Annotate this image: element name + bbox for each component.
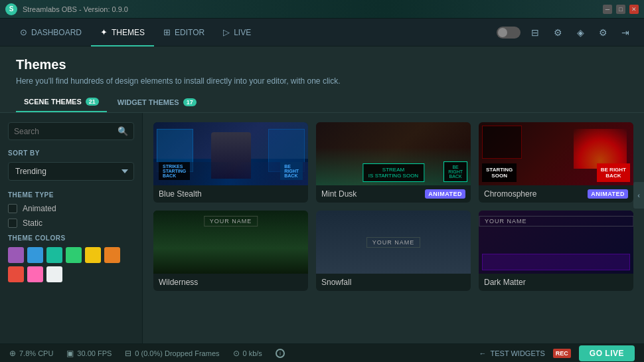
sidebar: 🔍 SORT BY Trending Newest Popular THEME … bbox=[0, 113, 143, 343]
character-panel bbox=[482, 126, 522, 159]
brb-chromosphere: BE RIGHTBACK bbox=[597, 163, 630, 182]
theme-toggle[interactable] bbox=[497, 27, 521, 39]
page-title: Themes bbox=[16, 57, 628, 72]
body-split: 🔍 SORT BY Trending Newest Popular THEME … bbox=[0, 113, 644, 343]
fps-icon: ▣ bbox=[66, 349, 74, 358]
tab-scene-themes-badge: 21 bbox=[86, 98, 99, 106]
editor-icon: ⊞ bbox=[163, 27, 171, 37]
theme-name-blue-stealth: Blue Stealth bbox=[159, 189, 202, 199]
animated-label: Animated bbox=[23, 204, 56, 213]
your-name-dark: YOUR NAME bbox=[479, 216, 633, 226]
dropped-value: 0 (0.0%) Dropped Frames bbox=[135, 349, 219, 357]
color-swatch-teal[interactable] bbox=[46, 247, 62, 263]
starting-soon-label: STRIKESSTARTINGBACK bbox=[159, 162, 190, 180]
theme-name-dark-matter: Dark Matter bbox=[484, 278, 526, 287]
stream-starting-label: STREAMIS STARTING SOON bbox=[362, 163, 424, 182]
main-area: Themes Here you'll find hundreds of desi… bbox=[0, 46, 644, 343]
dark-panel bbox=[482, 254, 630, 270]
color-swatch-green[interactable] bbox=[66, 247, 82, 263]
theme-thumbnail-blue-stealth: STRIKESSTARTINGBACK BERIGHTBACK bbox=[153, 122, 308, 185]
animated-checkbox[interactable] bbox=[8, 204, 17, 213]
theme-card-mint-dusk[interactable]: STREAMIS STARTING SOON BERIGHTBACK Mint … bbox=[316, 122, 471, 203]
discord-icon[interactable]: ◈ bbox=[572, 25, 588, 41]
bandwidth-status: ⊙ 0 kb/s bbox=[233, 349, 262, 358]
maximize-button[interactable]: □ bbox=[616, 5, 625, 14]
minimize-button[interactable]: ─ bbox=[603, 5, 612, 14]
theme-card-blue-stealth[interactable]: STRIKESSTARTINGBACK BERIGHTBACK Blue Ste… bbox=[153, 122, 308, 203]
theme-name-chromosphere: Chromosphere bbox=[484, 189, 536, 199]
bandwidth-value: 0 kb/s bbox=[243, 349, 262, 357]
search-box[interactable]: 🔍 bbox=[8, 122, 134, 140]
nav-themes[interactable]: ✦ THEMES bbox=[91, 19, 154, 46]
cpu-status: ⊕ 7.8% CPU bbox=[9, 349, 53, 358]
tab-widget-themes-badge: 17 bbox=[183, 98, 197, 106]
theme-card-dark-matter[interactable]: YOUR NAME Dark Matter bbox=[479, 211, 633, 291]
tab-widget-themes[interactable]: WIDGET THEMES 17 bbox=[110, 93, 204, 112]
theme-card-footer-chromosphere: Chromosphere ANIMATED bbox=[479, 185, 633, 203]
fire-effect bbox=[574, 129, 627, 169]
sliders-icon[interactable]: ⊟ bbox=[527, 25, 543, 41]
color-swatch-white[interactable] bbox=[46, 266, 62, 282]
color-swatch-yellow[interactable] bbox=[85, 247, 101, 263]
sort-by-label: SORT BY bbox=[8, 149, 134, 157]
your-name-forest: YOUR NAME bbox=[204, 216, 258, 226]
theme-thumbnail-mint-dusk: STREAMIS STARTING SOON BERIGHTBACK bbox=[316, 122, 471, 185]
statusbar: ⊕ 7.8% CPU ▣ 30.00 FPS ⊟ 0 (0.0%) Droppe… bbox=[0, 343, 644, 362]
close-button[interactable]: ✕ bbox=[629, 5, 639, 14]
sort-by-select[interactable]: Trending Newest Popular bbox=[8, 162, 134, 181]
test-widgets-button[interactable]: ← TEST WIDGETS bbox=[479, 349, 544, 357]
static-label: Static bbox=[23, 219, 42, 228]
animated-checkbox-item[interactable]: Animated bbox=[8, 204, 134, 213]
rec-badge: REC bbox=[553, 349, 571, 358]
static-checkbox[interactable] bbox=[8, 219, 17, 228]
nav-editor[interactable]: ⊞ EDITOR bbox=[154, 19, 214, 46]
nav-dashboard[interactable]: ⊙ DASHBOARD bbox=[11, 19, 91, 46]
animated-badge-mint-dusk: ANIMATED bbox=[425, 189, 465, 199]
cpu-icon: ⊕ bbox=[9, 349, 16, 358]
content-area: Themes Here you'll find hundreds of desi… bbox=[0, 46, 644, 343]
theme-card-chromosphere[interactable]: STARTINGSOON BE RIGHTBACK Chromosphere A… bbox=[479, 122, 633, 203]
search-icon[interactable]: 🔍 bbox=[118, 126, 128, 136]
info-button[interactable]: i bbox=[276, 349, 285, 358]
fps-status: ▣ 30.00 FPS bbox=[66, 349, 112, 358]
color-swatch-orange[interactable] bbox=[104, 247, 120, 263]
arrow-left-icon: ← bbox=[479, 349, 486, 357]
theme-thumbnail-forest: YOUR NAME bbox=[153, 211, 308, 274]
page-subtitle: Here you'll find hundreds of design elem… bbox=[16, 76, 628, 86]
nav-live[interactable]: ▷ LIVE bbox=[214, 19, 260, 46]
dropped-icon: ⊟ bbox=[125, 349, 131, 358]
color-swatch-red[interactable] bbox=[8, 266, 24, 282]
static-checkbox-item[interactable]: Static bbox=[8, 219, 134, 228]
exit-icon[interactable]: ⇥ bbox=[617, 25, 633, 41]
search-input[interactable] bbox=[14, 127, 118, 136]
theme-name-forest: Wilderness bbox=[159, 278, 198, 287]
person-icon[interactable]: ⚙ bbox=[550, 25, 566, 41]
theme-card-forest[interactable]: YOUR NAME Wilderness bbox=[153, 211, 308, 291]
page-header: Themes Here you'll find hundreds of desi… bbox=[0, 46, 644, 92]
theme-name-mint-dusk: Mint Dusk bbox=[321, 189, 357, 199]
status-right: ← TEST WIDGETS REC GO LIVE bbox=[479, 345, 635, 361]
tabs-bar: SCENE THEMES 21 WIDGET THEMES 17 bbox=[0, 92, 644, 113]
color-swatch-purple[interactable] bbox=[8, 247, 24, 263]
fps-value: 30.00 FPS bbox=[77, 349, 112, 357]
cpu-value: 7.8% CPU bbox=[19, 349, 53, 357]
nav-dashboard-label: DASHBOARD bbox=[31, 28, 82, 37]
collapse-handle[interactable]: ‹ bbox=[633, 182, 644, 209]
tab-scene-themes[interactable]: SCENE THEMES 21 bbox=[16, 92, 107, 112]
gear-icon[interactable]: ⚙ bbox=[595, 25, 611, 41]
window-controls: ─ □ ✕ bbox=[603, 5, 639, 14]
tab-widget-themes-label: WIDGET THEMES bbox=[118, 98, 179, 106]
nav-live-label: LIVE bbox=[234, 28, 251, 37]
theme-card-snowfall[interactable]: YOUR NAME Snowfall bbox=[316, 211, 471, 291]
color-swatches bbox=[8, 247, 134, 282]
nav-right-controls: ⊟ ⚙ ◈ ⚙ ⇥ bbox=[497, 25, 633, 41]
nav-editor-label: EDITOR bbox=[175, 28, 204, 37]
be-right-back-mint: BERIGHTBACK bbox=[443, 161, 467, 182]
titlebar: S Streamlabs OBS - Version: 0.9.0 ─ □ ✕ bbox=[0, 0, 644, 19]
color-swatch-blue[interactable] bbox=[27, 247, 43, 263]
go-live-button[interactable]: GO LIVE bbox=[579, 345, 635, 361]
dashboard-icon: ⊙ bbox=[20, 27, 27, 37]
app-title: Streamlabs OBS - Version: 0.9.0 bbox=[23, 5, 603, 13]
color-swatch-pink[interactable] bbox=[27, 266, 43, 282]
theme-card-footer-blue-stealth: Blue Stealth bbox=[153, 185, 308, 203]
